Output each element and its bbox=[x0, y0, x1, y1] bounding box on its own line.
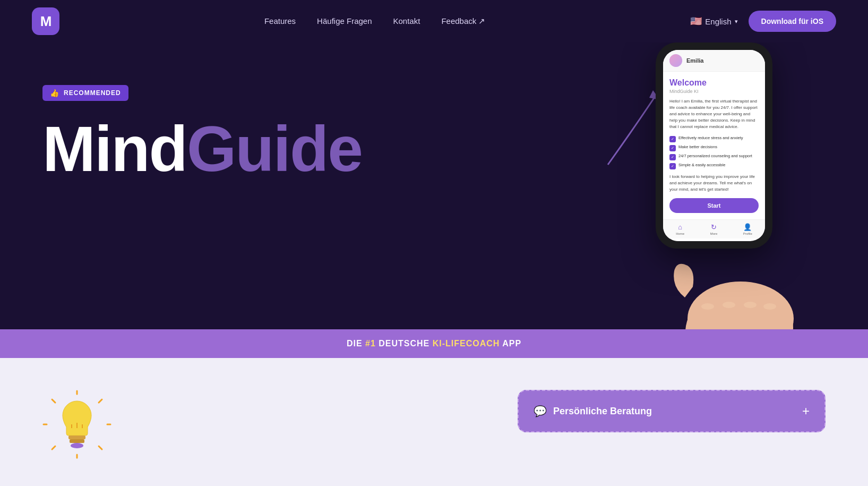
nav-item-faq[interactable]: Häufige Fragen bbox=[317, 16, 372, 26]
thumbs-up-icon: 👍 bbox=[50, 89, 59, 97]
check-box-4 bbox=[669, 163, 676, 169]
bottom-nav-profile[interactable]: 👤 Profile bbox=[743, 223, 752, 235]
svg-point-3 bbox=[723, 302, 735, 308]
logo-icon: M bbox=[32, 7, 59, 35]
check-item-3: 24/7 personalized counseling and support bbox=[669, 154, 759, 160]
check-item-4: Simple & easily accessible bbox=[669, 163, 759, 169]
badge-label: RECOMMENDED bbox=[64, 89, 121, 97]
flag-icon: 🇺🇸 bbox=[690, 15, 702, 27]
more-label: More bbox=[710, 232, 718, 235]
check-box-3 bbox=[669, 154, 676, 160]
kontakt-link[interactable]: Kontakt bbox=[393, 16, 420, 25]
avatar bbox=[669, 54, 682, 67]
lightbulb-illustration bbox=[42, 390, 111, 459]
phone-screen: Emilia Welcome MindGuide KI Hello! I am … bbox=[663, 50, 765, 241]
phone-content: Welcome MindGuide KI Hello! I am Emilia,… bbox=[663, 72, 765, 219]
check-item-2: Make better decisions bbox=[669, 144, 759, 151]
svg-point-5 bbox=[763, 303, 776, 310]
check-box-1 bbox=[669, 136, 676, 142]
start-button[interactable]: Start bbox=[669, 198, 759, 213]
home-icon: ⌂ bbox=[678, 223, 682, 231]
svg-line-10 bbox=[52, 399, 55, 403]
phone-message2: I look forward to helping you improve yo… bbox=[669, 174, 759, 193]
navbar: M Features Häufige Fragen Kontakt Feedba… bbox=[0, 0, 868, 42]
welcome-title: Welcome bbox=[669, 78, 759, 88]
phone-top-bar: Emilia bbox=[663, 50, 765, 72]
title-guide: Guide bbox=[187, 113, 362, 184]
nav-item-features[interactable]: Features bbox=[264, 16, 296, 26]
check-box-2 bbox=[669, 145, 676, 151]
svg-line-12 bbox=[52, 446, 55, 449]
refresh-icon: ↻ bbox=[711, 223, 717, 231]
nav-item-feedback[interactable]: Feedback ↗ bbox=[441, 16, 485, 26]
features-link[interactable]: Features bbox=[264, 16, 296, 25]
svg-rect-18 bbox=[70, 439, 84, 443]
beratung-title: Persönliche Beratung bbox=[553, 406, 652, 417]
banner-highlight2: KI-LIFECOACH bbox=[433, 339, 500, 348]
nav-links: Features Häufige Fragen Kontakt Feedback… bbox=[264, 16, 486, 26]
beratung-card[interactable]: 💬 Persönliche Beratung + bbox=[518, 390, 826, 432]
svg-point-2 bbox=[701, 303, 714, 310]
check-label-4: Simple & easily accessible bbox=[678, 163, 725, 167]
profile-label: Profile bbox=[743, 232, 752, 235]
language-selector[interactable]: 🇺🇸 English ▾ bbox=[690, 15, 737, 27]
phone-frame: Emilia Welcome MindGuide KI Hello! I am … bbox=[656, 42, 772, 249]
bottom-section: 💬 Persönliche Beratung + bbox=[0, 358, 868, 480]
banner-prefix: DIE bbox=[347, 339, 365, 348]
app-sub: MindGuide KI bbox=[669, 89, 759, 94]
title-mind: Mind bbox=[42, 113, 187, 184]
check-label-2: Make better decisions bbox=[678, 144, 717, 149]
bottom-nav-home[interactable]: ⌂ Home bbox=[676, 223, 684, 235]
svg-point-19 bbox=[71, 443, 83, 448]
chat-icon: 💬 bbox=[534, 405, 547, 417]
svg-line-11 bbox=[99, 399, 102, 403]
feedback-link[interactable]: Feedback ↗ bbox=[441, 16, 485, 25]
phone-mockup-container: Emilia Welcome MindGuide KI Hello! I am … bbox=[624, 42, 847, 329]
check-label-1: Effectively reduce stress and anxiety bbox=[678, 135, 743, 140]
banner-suffix: APP bbox=[500, 339, 521, 348]
emilia-name: Emilia bbox=[686, 57, 703, 64]
nav-item-kontakt[interactable]: Kontakt bbox=[393, 16, 420, 26]
check-label-3: 24/7 personalized counseling and support bbox=[678, 154, 752, 158]
profile-icon: 👤 bbox=[743, 223, 752, 231]
right-card-container: 💬 Persönliche Beratung + bbox=[143, 379, 826, 432]
banner: DIE #1 DEUTSCHE KI-LIFECOACH APP bbox=[0, 329, 868, 358]
check-item-1: Effectively reduce stress and anxiety bbox=[669, 135, 759, 142]
banner-middle: DEUTSCHE bbox=[376, 339, 433, 348]
download-button[interactable]: Download für iOS bbox=[749, 11, 836, 32]
bottom-nav-more[interactable]: ↻ More bbox=[710, 223, 718, 235]
recommended-badge: 👍 RECOMMENDED bbox=[42, 85, 128, 101]
chevron-down-icon: ▾ bbox=[735, 18, 738, 25]
svg-rect-17 bbox=[68, 436, 85, 439]
lightbulb-container bbox=[42, 379, 111, 459]
home-label: Home bbox=[676, 232, 684, 235]
logo[interactable]: M bbox=[32, 7, 59, 35]
nav-right: 🇺🇸 English ▾ Download für iOS bbox=[690, 11, 836, 32]
hero-section: 👍 RECOMMENDED MindGuide Emilia bbox=[0, 42, 868, 329]
phone-message1: Hello! I am Emilia, the first virtual th… bbox=[669, 98, 759, 130]
svg-point-4 bbox=[744, 302, 757, 308]
svg-line-13 bbox=[99, 446, 102, 449]
plus-icon: + bbox=[802, 404, 810, 419]
faq-link[interactable]: Häufige Fragen bbox=[317, 16, 372, 25]
banner-highlight: #1 bbox=[365, 339, 376, 348]
phone-bottom-nav: ⌂ Home ↻ More 👤 Profile bbox=[663, 219, 765, 238]
beratung-left: 💬 Persönliche Beratung bbox=[534, 405, 652, 417]
language-label: English bbox=[705, 17, 731, 26]
